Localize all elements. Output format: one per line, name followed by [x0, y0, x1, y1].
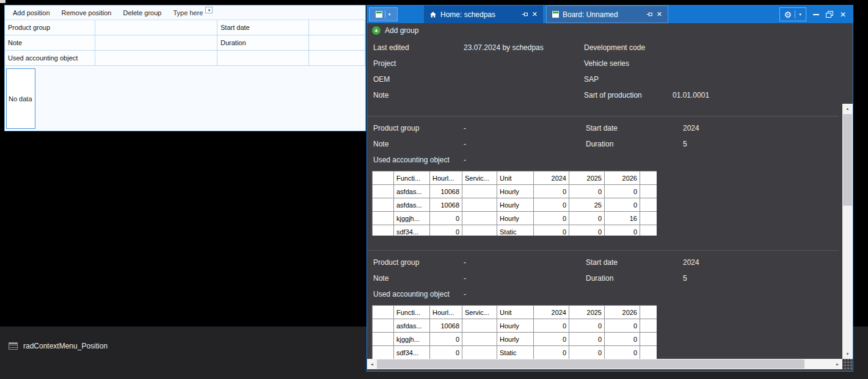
scroll-up-icon[interactable]: ▲ — [842, 104, 853, 114]
close-button[interactable]: ✕ — [836, 7, 850, 21]
table-cell[interactable]: 0 — [605, 346, 640, 359]
column-header[interactable]: Unit — [497, 306, 534, 319]
table-row[interactable]: asfdas...10068Hourly025000 — [373, 198, 657, 212]
table-cell[interactable]: 0 — [430, 225, 462, 236]
column-header[interactable]: Hourl... — [430, 306, 462, 319]
column-header[interactable]: Functi... — [394, 171, 430, 185]
table-cell[interactable]: 0 — [605, 185, 640, 198]
add-group-button[interactable]: + Add group — [372, 26, 418, 35]
vertical-scrollbar[interactable]: ▲ ▼ — [842, 104, 853, 359]
pin-icon[interactable] — [522, 11, 528, 18]
column-header[interactable] — [373, 306, 394, 319]
column-header[interactable]: 2024 — [534, 171, 569, 185]
add-position-button[interactable]: Add position — [13, 9, 50, 16]
column-header[interactable]: 2024 — [534, 306, 569, 319]
table-cell[interactable] — [462, 185, 497, 198]
field-value[interactable]: - — [464, 274, 586, 283]
table-cell[interactable]: kjggjh... — [394, 333, 430, 346]
column-header[interactable]: 2027 — [640, 306, 657, 319]
table-row[interactable]: kjggjh...0Hourly001600 — [373, 212, 657, 225]
scroll-right-icon[interactable]: ► — [833, 359, 842, 369]
table-cell[interactable] — [462, 319, 497, 333]
table-cell[interactable]: 0 — [534, 333, 569, 346]
table-cell[interactable] — [373, 225, 394, 236]
table-cell[interactable] — [462, 212, 497, 225]
table-cell[interactable] — [462, 225, 497, 236]
field-value[interactable]: 01.01.0001 — [673, 91, 844, 99]
field-value[interactable]: - — [464, 124, 586, 132]
table-cell[interactable]: asfdas... — [394, 185, 430, 198]
field-value[interactable]: 2024 — [683, 258, 839, 267]
field-value-cell[interactable] — [309, 51, 365, 66]
column-header[interactable]: Servic... — [462, 171, 497, 185]
table-row[interactable]: asfdas...10068Hourly00000 — [373, 319, 657, 333]
column-header[interactable] — [373, 171, 394, 185]
table-cell[interactable]: 0 — [640, 185, 657, 198]
table-cell[interactable] — [373, 319, 394, 333]
table-cell[interactable]: 0 — [605, 198, 640, 212]
field-value[interactable]: 2024 — [683, 124, 839, 132]
delete-group-button[interactable]: Delete group — [123, 9, 161, 16]
column-header[interactable]: Servic... — [462, 306, 497, 319]
table-cell[interactable] — [373, 333, 394, 346]
scroll-left-icon[interactable]: ◄ — [367, 359, 377, 369]
field-value-cell[interactable] — [309, 35, 365, 51]
table-cell[interactable]: Static — [497, 346, 534, 359]
horizontal-scrollbar-thumb[interactable] — [377, 359, 804, 369]
table-cell[interactable]: 16 — [605, 212, 640, 225]
close-icon[interactable]: ✕ — [532, 11, 538, 18]
table-cell[interactable]: 0 — [569, 212, 605, 225]
table-cell[interactable]: 25 — [569, 198, 605, 212]
table-cell[interactable]: 0 — [534, 212, 569, 225]
table-cell[interactable]: Hourly — [497, 333, 534, 346]
table-cell[interactable]: 0 — [534, 346, 569, 359]
vertical-scrollbar-thumb[interactable] — [843, 114, 852, 206]
column-header[interactable]: Functi... — [394, 306, 430, 319]
table-cell[interactable]: sdf34... — [394, 346, 430, 359]
field-value[interactable]: - — [464, 140, 586, 148]
type-here-dropdown[interactable]: ▼ — [205, 7, 213, 13]
table-cell[interactable]: 0 — [605, 319, 640, 333]
table-cell[interactable]: 0 — [534, 319, 569, 333]
field-value-cell[interactable] — [217, 51, 309, 66]
field-value[interactable]: 23.07.2024 by schedpas — [464, 43, 584, 52]
table-cell[interactable]: 0 — [640, 319, 657, 333]
table-cell[interactable]: Hourly — [497, 319, 534, 333]
table-cell[interactable] — [462, 333, 497, 346]
minimize-button[interactable] — [809, 7, 823, 21]
column-header[interactable]: 2027 — [640, 171, 657, 185]
resize-grip[interactable] — [842, 359, 853, 369]
pin-icon[interactable] — [646, 11, 653, 18]
column-header[interactable]: Hourl... — [430, 171, 462, 185]
table-cell[interactable]: Hourly — [497, 185, 534, 198]
column-header[interactable]: 2026 — [605, 306, 640, 319]
table-cell[interactable]: Hourly — [497, 198, 534, 212]
field-value-cell[interactable] — [95, 20, 217, 35]
field-value-cell[interactable] — [95, 35, 217, 51]
table-cell[interactable] — [462, 346, 497, 359]
horizontal-scrollbar[interactable]: ◄ ► — [367, 359, 842, 369]
table-cell[interactable]: 0 — [534, 198, 569, 212]
table-cell[interactable]: 0 — [640, 225, 657, 236]
table-cell[interactable] — [373, 212, 394, 225]
remove-position-button[interactable]: Remove position — [62, 9, 112, 16]
table-cell[interactable]: 0 — [534, 185, 569, 198]
window-titlebar[interactable]: ▼ Home: schedpas ✕ Board: Unnamed ✕ ⚙ ▼ — [367, 5, 853, 23]
table-cell[interactable]: 0 — [569, 346, 605, 359]
column-header[interactable]: 2025 — [569, 306, 605, 319]
table-cell[interactable]: 0 — [430, 333, 462, 346]
maximize-button[interactable] — [823, 7, 836, 21]
table-cell[interactable]: 0 — [430, 346, 462, 359]
scroll-down-icon[interactable]: ▼ — [842, 349, 853, 359]
table-cell[interactable] — [462, 198, 497, 212]
table-row[interactable]: sdf34...0Static00000 — [373, 225, 657, 236]
column-header[interactable]: Unit — [497, 171, 534, 185]
table-cell[interactable]: 0 — [640, 333, 657, 346]
close-icon[interactable]: ✕ — [657, 11, 662, 18]
table-cell[interactable]: 0 — [605, 333, 640, 346]
table-cell[interactable]: asfdas... — [394, 319, 430, 333]
field-value[interactable]: 5 — [683, 274, 839, 283]
table-cell[interactable]: 0 — [569, 225, 605, 236]
table-cell[interactable]: 0 — [534, 225, 569, 236]
field-value-cell[interactable] — [309, 20, 365, 35]
